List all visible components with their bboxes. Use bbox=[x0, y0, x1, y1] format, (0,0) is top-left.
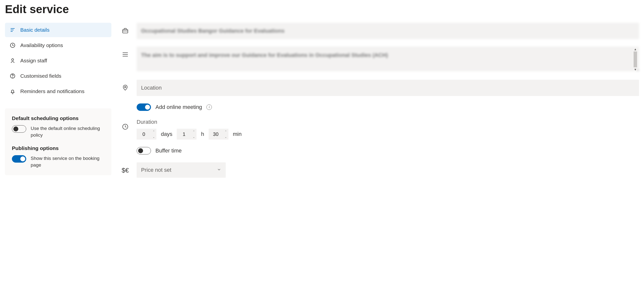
svg-point-12 bbox=[124, 86, 126, 88]
hours-unit: h bbox=[201, 131, 204, 137]
duration-minutes-input[interactable] bbox=[209, 129, 223, 140]
bell-icon bbox=[10, 88, 16, 94]
minutes-unit: min bbox=[233, 131, 242, 137]
days-unit: days bbox=[161, 131, 172, 137]
duration-label: Duration bbox=[136, 119, 639, 125]
scroll-up-icon[interactable]: ▲ bbox=[634, 48, 637, 51]
svg-point-4 bbox=[12, 59, 14, 61]
question-circle-icon bbox=[10, 73, 16, 79]
nav-item-basic-details[interactable]: Basic details bbox=[5, 23, 112, 37]
sidebar: Basic details Availability options Assig… bbox=[5, 23, 112, 175]
price-currency-icon: $€ bbox=[121, 166, 129, 174]
days-up-button[interactable]: ⌃ bbox=[151, 129, 156, 134]
scheduling-options-title: Default scheduling options bbox=[12, 115, 104, 121]
hours-down-button[interactable]: ⌄ bbox=[191, 134, 196, 140]
hours-up-button[interactable]: ⌃ bbox=[191, 129, 196, 134]
publishing-options-title: Publishing options bbox=[12, 145, 104, 151]
person-icon bbox=[10, 58, 16, 64]
publishing-toggle-label: Show this service on the booking page bbox=[31, 155, 104, 168]
info-icon[interactable]: i bbox=[206, 104, 212, 110]
nav-item-label: Reminders and notifications bbox=[20, 88, 84, 94]
service-name-input[interactable] bbox=[136, 23, 639, 39]
list-icon bbox=[10, 27, 16, 33]
nav-item-label: Assign staff bbox=[20, 58, 47, 64]
price-select[interactable]: Price not set bbox=[136, 162, 226, 178]
online-meeting-toggle[interactable] bbox=[136, 104, 151, 111]
svg-rect-7 bbox=[123, 30, 128, 33]
minutes-down-button[interactable]: ⌄ bbox=[223, 134, 228, 140]
description-scrollbar[interactable]: ▲ ▼ bbox=[632, 48, 638, 71]
nav-item-label: Basic details bbox=[20, 27, 50, 33]
nav-list: Basic details Availability options Assig… bbox=[5, 23, 112, 98]
main-form: The aim is to support and improve our Gu… bbox=[121, 23, 639, 178]
minutes-up-button[interactable]: ⌃ bbox=[223, 129, 228, 134]
price-select-value: Price not set bbox=[141, 167, 171, 173]
buffer-time-toggle[interactable] bbox=[136, 147, 151, 154]
side-options-panel: Default scheduling options Use the defau… bbox=[5, 108, 112, 175]
clock-icon bbox=[121, 123, 129, 131]
nav-item-label: Customised fields bbox=[20, 73, 62, 79]
nav-item-assign-staff[interactable]: Assign staff bbox=[5, 54, 112, 68]
svg-point-6 bbox=[12, 77, 13, 78]
duration-days-input[interactable] bbox=[136, 129, 151, 140]
online-meeting-label: Add online meeting bbox=[156, 104, 202, 110]
spacer-icon bbox=[121, 104, 129, 112]
duration-hours-input[interactable] bbox=[177, 129, 191, 140]
nav-item-reminders[interactable]: Reminders and notifications bbox=[5, 84, 112, 98]
duration-days-stepper[interactable]: ⌃ ⌄ bbox=[136, 129, 156, 140]
days-down-button[interactable]: ⌄ bbox=[151, 134, 156, 140]
location-pin-icon bbox=[121, 84, 129, 92]
spacer-icon bbox=[121, 147, 129, 155]
default-scheduling-toggle[interactable] bbox=[12, 125, 26, 133]
nav-item-availability[interactable]: Availability options bbox=[5, 38, 112, 52]
description-lines-icon bbox=[121, 50, 129, 58]
page-title: Edit service bbox=[5, 0, 639, 23]
service-description-input[interactable]: The aim is to support and improve our Gu… bbox=[136, 46, 639, 71]
duration-minutes-stepper[interactable]: ⌃ ⌄ bbox=[209, 129, 228, 140]
scroll-thumb[interactable] bbox=[634, 52, 637, 67]
buffer-time-label: Buffer time bbox=[156, 148, 182, 154]
scroll-down-icon[interactable]: ▼ bbox=[634, 68, 637, 71]
nav-item-customised-fields[interactable]: Customised fields bbox=[5, 69, 112, 83]
default-scheduling-toggle-label: Use the default online scheduling policy bbox=[31, 125, 104, 138]
duration-hours-stepper[interactable]: ⌃ ⌄ bbox=[177, 129, 196, 140]
publishing-toggle[interactable] bbox=[12, 155, 26, 162]
briefcase-icon bbox=[121, 27, 129, 35]
nav-item-label: Availability options bbox=[20, 42, 63, 48]
clock-icon bbox=[10, 42, 16, 48]
location-input[interactable] bbox=[136, 80, 639, 96]
